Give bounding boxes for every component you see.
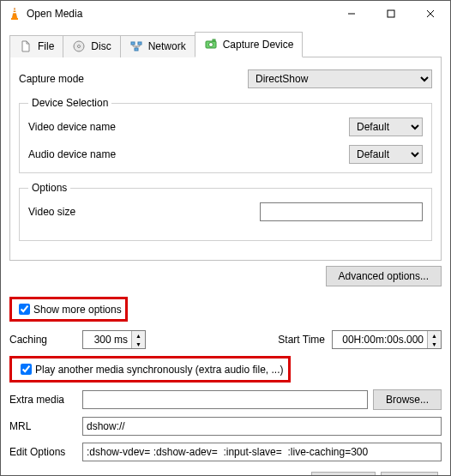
highlight-play-sync: Play another media synchronously (extra … xyxy=(9,356,291,383)
tab-disc[interactable]: Disc xyxy=(63,35,120,57)
spinner-buttons[interactable]: ▲▼ xyxy=(427,331,441,348)
capture-mode-label: Capture mode xyxy=(19,73,84,85)
caching-label: Caching xyxy=(9,334,82,346)
play-sync-checkbox[interactable] xyxy=(21,364,32,375)
highlight-show-more: Show more options xyxy=(9,297,128,322)
capture-device-icon xyxy=(204,38,218,51)
advanced-options-button[interactable]: Advanced options... xyxy=(326,266,442,286)
mrl-label: MRL xyxy=(9,420,82,432)
window-title: Open Media xyxy=(27,8,82,20)
caching-input[interactable] xyxy=(83,331,131,348)
titlebar: Open Media xyxy=(1,1,450,27)
device-selection-legend: Device Selection xyxy=(28,97,111,109)
tab-network[interactable]: Network xyxy=(120,35,195,57)
audio-device-select[interactable]: Default xyxy=(349,145,423,164)
play-button[interactable]: Play ▼ xyxy=(311,472,375,476)
tab-network-label: Network xyxy=(148,40,186,52)
svg-rect-11 xyxy=(138,42,141,45)
device-selection-group: Device Selection Video device name Defau… xyxy=(19,97,432,173)
svg-rect-5 xyxy=(388,10,394,17)
svg-rect-3 xyxy=(11,18,18,20)
svg-point-14 xyxy=(208,42,213,46)
svg-marker-0 xyxy=(12,8,17,19)
start-time-input[interactable] xyxy=(333,331,427,348)
svg-rect-15 xyxy=(213,39,215,41)
start-time-spinner[interactable]: ▲▼ xyxy=(332,330,442,349)
video-size-label: Video size xyxy=(28,206,75,218)
svg-rect-2 xyxy=(14,10,16,11)
caching-spinner[interactable]: ▲▼ xyxy=(82,330,146,349)
tab-capture-device[interactable]: Capture Device xyxy=(195,32,304,57)
tab-file[interactable]: File xyxy=(9,35,63,57)
capture-panel: Capture mode DirectShow Device Selection… xyxy=(9,57,442,261)
close-button[interactable] xyxy=(411,1,450,27)
maximize-button[interactable] xyxy=(371,1,411,27)
tab-strip: File Disc Network Capture Device xyxy=(9,32,442,57)
network-icon xyxy=(129,39,143,53)
mrl-input[interactable] xyxy=(82,417,442,436)
tab-capture-label: Capture Device xyxy=(223,39,294,51)
tab-disc-label: Disc xyxy=(91,40,111,52)
svg-point-9 xyxy=(78,45,81,48)
video-device-label: Video device name xyxy=(28,121,116,133)
options-group: Options Video size xyxy=(19,182,432,241)
edit-options-label: Edit Options xyxy=(9,446,82,458)
file-icon xyxy=(19,39,33,53)
svg-rect-1 xyxy=(13,12,16,13)
edit-options-input[interactable] xyxy=(82,443,442,461)
tab-file-label: File xyxy=(38,40,54,52)
svg-rect-12 xyxy=(135,48,138,51)
options-legend: Options xyxy=(28,182,70,194)
show-more-options-checkbox[interactable] xyxy=(19,304,30,315)
spinner-buttons[interactable]: ▲▼ xyxy=(131,331,145,348)
browse-button[interactable]: Browse... xyxy=(373,389,442,410)
video-device-select[interactable]: Default xyxy=(349,117,423,136)
vlc-cone-icon xyxy=(8,7,21,21)
show-more-options-label: Show more options xyxy=(33,304,122,316)
extra-media-input[interactable] xyxy=(82,390,368,409)
capture-mode-select[interactable]: DirectShow xyxy=(248,69,432,88)
video-size-input[interactable] xyxy=(260,202,423,221)
cancel-button[interactable]: Cancel xyxy=(381,472,438,476)
extra-media-label: Extra media xyxy=(9,394,82,406)
svg-rect-10 xyxy=(131,42,135,45)
minimize-button[interactable] xyxy=(332,1,371,27)
start-time-label: Start Time xyxy=(278,334,325,346)
play-sync-label: Play another media synchronously (extra … xyxy=(35,364,283,376)
audio-device-label: Audio device name xyxy=(28,148,116,160)
disc-icon xyxy=(72,39,86,53)
